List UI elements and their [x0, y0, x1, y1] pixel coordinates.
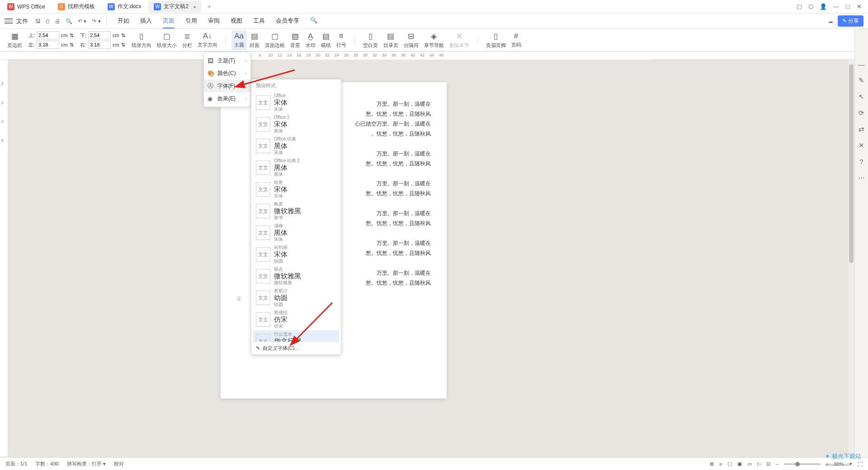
tocpage-button[interactable]: ▤目录页: [381, 30, 401, 50]
submenu-theme[interactable]: 🖼主题(T)›: [204, 54, 250, 67]
columns-button[interactable]: ≣分栏: [179, 30, 195, 50]
tab-doc2[interactable]: W文字文稿2●: [148, 1, 201, 13]
view-icon[interactable]: ⊞: [710, 461, 714, 467]
undo-icon[interactable]: ↶ ▾: [78, 18, 86, 24]
font-preset-item[interactable]: 文文暗香宋体宋体: [253, 179, 339, 200]
view-icon[interactable]: ≡: [719, 461, 722, 467]
redo-icon[interactable]: ↷ ▾: [92, 18, 100, 24]
drag-handle-icon[interactable]: ⠿: [237, 296, 241, 302]
tab-tools[interactable]: 工具: [253, 14, 265, 28]
cloud-icon[interactable]: ☁: [828, 18, 833, 24]
font-preset-item[interactable]: 文文Office 经典 2黑体黑体: [253, 157, 339, 179]
restore-icon[interactable]: ▢: [797, 3, 802, 10]
pen-icon[interactable]: ✎: [859, 76, 864, 85]
chapternav-button[interactable]: ◈章节导航: [421, 30, 447, 50]
stepper-icon[interactable]: ⇅: [121, 42, 125, 48]
refresh-icon[interactable]: ⟳: [859, 109, 864, 117]
deletesection-button[interactable]: ✕删除本节: [447, 30, 472, 50]
margin-left-input[interactable]: [37, 41, 59, 49]
font-preset-item[interactable]: 文文视点微软雅黑微软雅黑: [253, 265, 339, 287]
font-preview: 文文: [256, 160, 270, 175]
orientation-button[interactable]: ▯纸张方向: [129, 30, 154, 50]
tab-templates[interactable]: D找稻壳模板: [52, 1, 100, 13]
file-menu[interactable]: 文件: [16, 17, 28, 25]
print-icon[interactable]: 🖨: [55, 18, 60, 24]
stepper-icon[interactable]: ⇅: [70, 42, 74, 48]
font-preset-item[interactable]: 文文顶峰黑体宋体: [253, 222, 339, 244]
submenu-effect[interactable]: ◉效果(E)›: [204, 92, 250, 105]
textdir-icon: A↓: [203, 32, 212, 41]
stepper-icon[interactable]: ⇅: [121, 33, 125, 38]
transfer-icon[interactable]: ⇄: [859, 125, 864, 133]
font-preset-item[interactable]: 文文药剂师宋体幼圆: [253, 244, 339, 265]
manuscript-button[interactable]: ▤稿纸: [318, 30, 334, 50]
minimize-icon[interactable]: —: [833, 3, 839, 10]
separator: [477, 36, 478, 44]
stepper-icon[interactable]: ⇅: [70, 33, 74, 38]
cube-icon[interactable]: ⬡: [808, 3, 813, 10]
cursor-icon[interactable]: ↖: [859, 93, 864, 101]
textdir-button[interactable]: A↓文字方向: [195, 30, 220, 50]
tab-start[interactable]: 开始: [118, 14, 129, 28]
zoom-out-button[interactable]: −: [776, 461, 778, 467]
save-icon[interactable]: 🖫: [35, 18, 41, 24]
avatar-icon[interactable]: 👤: [820, 3, 827, 10]
scrollbar-thumb[interactable]: [849, 64, 854, 263]
doc-text: 万里。那一刻，温暖在: [377, 240, 431, 247]
background-button[interactable]: ▧背景: [288, 30, 303, 50]
watermark-button[interactable]: A̤水印: [303, 30, 318, 50]
blankpage-button[interactable]: ▯空白页: [360, 30, 381, 50]
papersize-button[interactable]: ▢纸张大小: [154, 30, 179, 50]
view-icon[interactable]: ▭: [747, 461, 752, 467]
margins-button[interactable]: ▦页边距: [5, 30, 25, 50]
settings-icon[interactable]: ✕: [859, 141, 864, 150]
effect-icon: ◉: [208, 95, 216, 102]
view-icon[interactable]: ▣: [737, 461, 742, 467]
preview-icon[interactable]: 🔍: [66, 18, 72, 24]
margin-top-input[interactable]: [37, 31, 59, 39]
margin-right-label: 右:: [80, 42, 86, 48]
view-icon[interactable]: ▢: [727, 461, 732, 467]
break-button[interactable]: ⊟分隔符: [401, 30, 421, 50]
tab-reference[interactable]: 引用: [185, 14, 197, 28]
tab-member[interactable]: 会员专享: [276, 14, 299, 28]
ribbon-label: 页眉页脚: [486, 42, 506, 49]
theme-button[interactable]: Aa主题: [231, 30, 247, 50]
headerfooter-button[interactable]: ▯页眉页脚: [483, 30, 509, 50]
tab-doc1[interactable]: W作文.docx: [102, 1, 147, 13]
status-page[interactable]: 页面：1/1: [5, 461, 27, 467]
cover-button[interactable]: ▤封面: [247, 30, 262, 50]
margin-right-input[interactable]: [88, 41, 111, 49]
view-icon[interactable]: ▷: [757, 461, 761, 467]
status-spell[interactable]: 拼写检查：打开 ▾: [67, 461, 106, 467]
view-icon[interactable]: ⊡: [766, 461, 770, 467]
minus-icon[interactable]: —: [858, 61, 865, 68]
share-button[interactable]: ✎ 分享: [838, 15, 863, 27]
status-words[interactable]: 字数：490: [35, 461, 58, 467]
border-button[interactable]: ▢页面边框: [262, 30, 288, 50]
help-icon[interactable]: ?: [859, 158, 863, 165]
font-preset-item[interactable]: 文文Office 经典黑体宋体: [253, 135, 339, 157]
font-preset-item[interactable]: 文文角度微软雅黑隶书: [253, 200, 339, 222]
new-tab-button[interactable]: ＋: [203, 1, 215, 13]
menu-icon[interactable]: [5, 17, 13, 25]
export-icon[interactable]: ⎙: [46, 18, 49, 24]
close-window-icon[interactable]: ✕: [857, 3, 862, 10]
tab-view[interactable]: 视图: [231, 14, 242, 28]
more-icon[interactable]: ⋯: [858, 174, 865, 182]
status-proof[interactable]: 校对: [114, 461, 124, 467]
search-icon[interactable]: 🔍: [310, 14, 317, 28]
font-preset-item[interactable]: 文文Office宋体宋体: [253, 92, 339, 113]
font-info: Office 2宋体黑体: [274, 115, 289, 134]
vertical-scrollbar[interactable]: [848, 60, 854, 457]
pagenumber-button[interactable]: #页码: [509, 30, 524, 50]
zoom-slider[interactable]: [784, 463, 821, 465]
tab-home[interactable]: WWPS Office: [2, 1, 51, 13]
linenumber-button[interactable]: ≡行号: [334, 30, 349, 50]
font-preset-item[interactable]: 文文Office 2宋体黑体: [253, 113, 339, 135]
margin-bottom-input[interactable]: [88, 31, 111, 39]
tab-review[interactable]: 审阅: [208, 14, 220, 28]
maximize-icon[interactable]: ◻: [845, 3, 850, 10]
tab-page[interactable]: 页面: [163, 14, 175, 28]
tab-insert[interactable]: 插入: [140, 14, 152, 28]
